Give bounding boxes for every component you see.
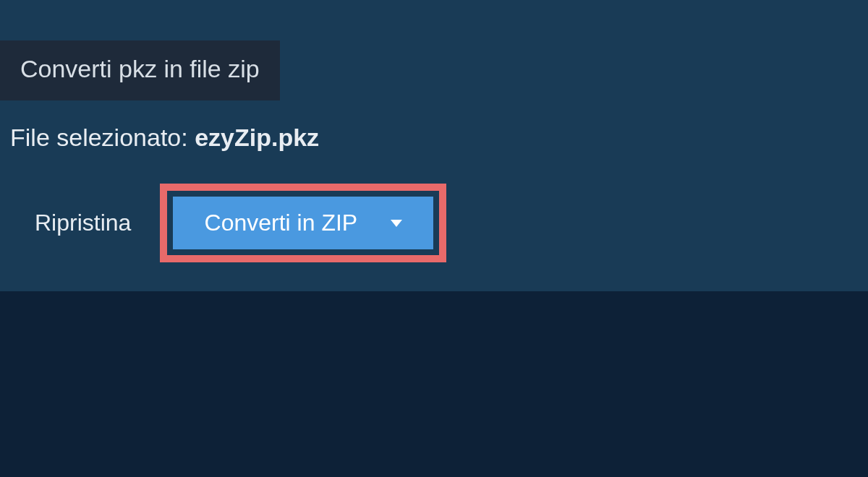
reset-button[interactable]: Ripristina: [35, 210, 131, 236]
convert-button-label: Converti in ZIP: [205, 210, 358, 236]
highlight-annotation: Converti in ZIP: [160, 184, 446, 262]
tab-label: Converti pkz in file zip: [20, 55, 260, 82]
actions-row: Ripristina Converti in ZIP: [0, 152, 868, 262]
convert-to-zip-button[interactable]: Converti in ZIP: [173, 197, 433, 249]
dropdown-caret-icon: [391, 220, 402, 227]
conversion-panel: Converti pkz in file zip File selezionat…: [0, 0, 868, 291]
tab-convert-pkz-to-zip[interactable]: Converti pkz in file zip: [0, 40, 280, 100]
selected-file-name: ezyZip.pkz: [195, 124, 319, 151]
selected-file-prefix: File selezionato:: [10, 124, 195, 151]
selected-file-info: File selezionato: ezyZip.pkz: [0, 100, 868, 152]
